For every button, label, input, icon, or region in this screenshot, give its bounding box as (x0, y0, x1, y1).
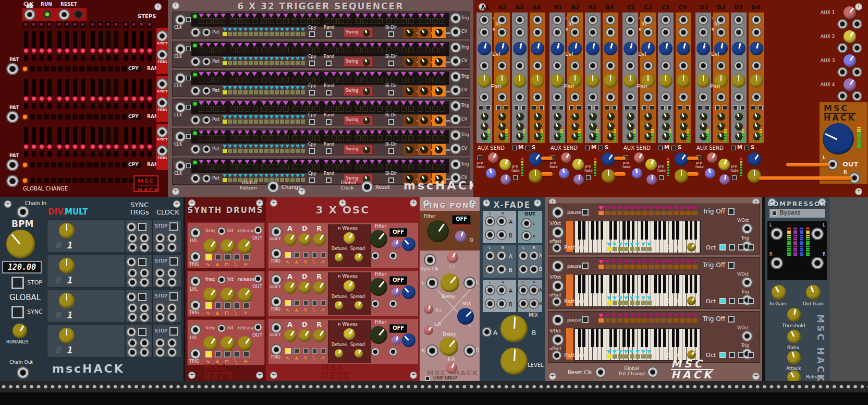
clock-out-jack[interactable] (168, 234, 176, 242)
aux1-send-knob[interactable] (707, 152, 717, 163)
trigger-step-button[interactable] (686, 314, 691, 323)
pattern-cv-jack[interactable] (191, 28, 200, 37)
piano-key-black[interactable] (632, 221, 635, 240)
step-button[interactable] (394, 43, 399, 53)
trigger-step-button[interactable] (661, 314, 666, 323)
hit-knob[interactable] (221, 336, 235, 351)
pattern-step-button[interactable] (51, 162, 56, 168)
gate-fader-1[interactable] (403, 56, 417, 67)
cv-slider[interactable] (113, 127, 119, 157)
clock-out-jack[interactable] (168, 313, 176, 321)
b-l-jack[interactable] (486, 300, 494, 308)
steps-led-button[interactable] (72, 21, 78, 28)
step-button[interactable] (401, 101, 407, 112)
wave-button-2[interactable] (294, 300, 300, 306)
piano-key-black[interactable] (676, 329, 679, 347)
pattern-select-button[interactable] (285, 28, 289, 36)
pattern-select-button[interactable] (254, 115, 258, 124)
pattern-select-button[interactable] (290, 57, 295, 65)
pattern-jack[interactable] (203, 146, 210, 153)
pattern-step-button[interactable] (87, 66, 92, 72)
piano-key-black[interactable] (578, 275, 581, 293)
pan-knob[interactable] (551, 74, 564, 88)
solo-group-checkbox[interactable] (671, 146, 676, 150)
trigger-step-button[interactable] (674, 260, 679, 269)
step-button[interactable] (386, 160, 392, 170)
freq-knob[interactable] (203, 336, 218, 351)
piano-key-black[interactable] (685, 221, 688, 240)
in-l-jack[interactable] (480, 16, 488, 24)
cv-slider[interactable] (31, 79, 37, 109)
pattern-step-button[interactable] (65, 114, 70, 120)
pattern-cv-jack[interactable] (191, 145, 200, 153)
gate-fader-2[interactable] (418, 56, 431, 67)
piano-key-black[interactable] (658, 221, 662, 240)
b-r-jack[interactable] (530, 265, 538, 273)
pan-cv-jack[interactable] (662, 93, 670, 101)
step-button[interactable] (338, 72, 344, 82)
voct-input-jack[interactable] (272, 227, 281, 236)
step-button[interactable] (237, 160, 243, 170)
level-knob[interactable] (659, 42, 673, 55)
step-button[interactable] (261, 43, 267, 53)
wave-button-1[interactable] (205, 351, 212, 358)
step-button[interactable] (418, 43, 423, 53)
piano-key-black[interactable] (622, 275, 626, 293)
cv-slider[interactable] (146, 127, 153, 157)
b-l-jack[interactable] (519, 300, 528, 308)
trigger-step-button[interactable] (605, 206, 610, 215)
pattern-step-button[interactable] (37, 178, 42, 183)
bidir-button[interactable] (388, 31, 394, 37)
aux-return-knob[interactable] (843, 30, 856, 43)
trig-output-jack[interactable] (451, 130, 460, 140)
reset-input-jack[interactable] (59, 10, 69, 19)
clock-out-jack[interactable] (168, 348, 176, 356)
step-button[interactable] (355, 160, 361, 170)
steps-led-button[interactable] (123, 21, 129, 28)
voct-output-jack[interactable] (742, 278, 752, 287)
piano-key-black[interactable] (676, 275, 679, 293)
pattern-select-button[interactable] (233, 28, 237, 36)
pattern-select-button[interactable] (285, 115, 289, 124)
step-button[interactable] (230, 14, 236, 24)
pattern-step-button[interactable] (93, 162, 99, 168)
gnip-gnop-checkbox[interactable] (425, 376, 430, 381)
pattern-select-button[interactable] (233, 115, 237, 124)
pan-cv-jack[interactable] (717, 93, 725, 101)
level-knob[interactable] (402, 285, 415, 299)
mute-button[interactable] (496, 105, 501, 110)
n-waves-knob[interactable] (344, 280, 355, 292)
wave-button-2[interactable] (215, 351, 222, 358)
pattern-select-button[interactable] (641, 350, 646, 359)
pattern-select-button[interactable] (254, 145, 258, 153)
step-button[interactable] (268, 160, 274, 170)
gate-fader-2[interactable] (418, 86, 431, 97)
level-knob[interactable] (677, 42, 690, 55)
aux3-send-knob[interactable] (559, 168, 569, 178)
wave-button-3[interactable] (303, 348, 309, 354)
cv-slider[interactable] (39, 79, 45, 109)
oct-button-1[interactable] (719, 352, 726, 358)
glide-knob[interactable] (687, 243, 696, 252)
resonance-knob[interactable] (392, 240, 401, 249)
mute-button[interactable] (587, 105, 592, 110)
l-l-knob[interactable] (447, 252, 458, 263)
step-button[interactable] (261, 130, 267, 141)
clock-out-jack[interactable] (168, 278, 176, 287)
piano-key-black[interactable] (690, 329, 693, 347)
step-button[interactable] (244, 43, 250, 53)
glide-knob[interactable] (687, 296, 696, 305)
pattern-select-button[interactable] (641, 243, 646, 251)
piano-key-black[interactable] (641, 275, 644, 293)
piano-key-black[interactable] (614, 329, 617, 347)
decay-knob[interactable] (299, 329, 311, 342)
pattern-step-button[interactable] (58, 178, 63, 183)
pattern-select-button[interactable] (285, 57, 289, 65)
trigger-step-button[interactable] (692, 206, 698, 215)
trig-out-jack[interactable] (128, 348, 137, 356)
cv-slider[interactable] (113, 31, 119, 61)
step-button[interactable] (331, 160, 337, 170)
cv-slider[interactable] (46, 79, 53, 109)
pattern-select-button[interactable] (290, 174, 295, 182)
pattern-jack[interactable] (203, 58, 210, 65)
